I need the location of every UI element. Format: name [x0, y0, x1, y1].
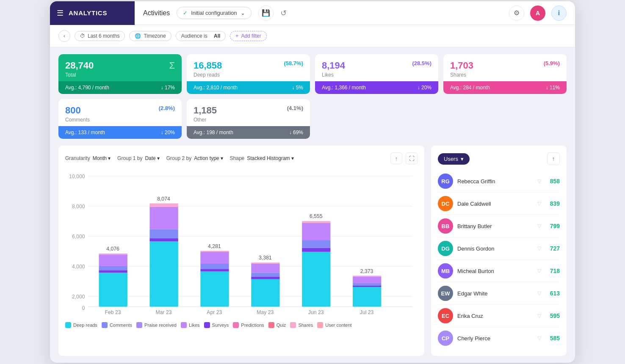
reset-icon[interactable]: ↺ — [280, 8, 287, 18]
user-name-7: Cherly Pierce — [457, 335, 533, 342]
svg-text:May 23: May 23 — [257, 309, 274, 315]
gear-button[interactable]: ⚙ — [509, 6, 524, 21]
chart-actions: ↑ ⛶ — [390, 152, 418, 164]
svg-rect-51 — [353, 276, 381, 276]
users-header: Users ▾ ↑ — [438, 152, 560, 165]
likes-number: 8,194 — [322, 60, 345, 71]
timezone-filter[interactable]: 🌐 Timezone — [129, 31, 171, 41]
svg-rect-26 — [200, 271, 229, 306]
sidebar-header: ☰ Analytics — [50, 1, 135, 25]
shape-dropdown[interactable]: Stacked Histogram ▾ — [247, 155, 293, 161]
group2-control: Group 2 by Action type ▾ — [166, 155, 223, 161]
user-score-4: 718 — [545, 267, 560, 274]
user-name-0: Rebecca Griffin — [457, 178, 533, 185]
other-bottom: Avg.: 198 / month ↓ 69% — [187, 126, 310, 139]
group1-control: Group 1 by Date ▾ — [117, 155, 160, 161]
user-filter-icon-4[interactable]: ▽ — [537, 268, 541, 274]
back-icon: ‹ — [64, 33, 65, 39]
user-score-6: 595 — [545, 312, 560, 319]
other-avg: Avg.: 198 / month — [194, 130, 233, 135]
granularity-dropdown[interactable]: Month ▾ — [93, 155, 111, 161]
group1-value: Date — [145, 155, 155, 161]
svg-text:10,000: 10,000 — [69, 174, 85, 179]
svg-text:Apr 23: Apr 23 — [207, 309, 222, 315]
legend-surveys: Surveys — [204, 322, 229, 328]
chart-export-button[interactable]: ↑ — [390, 152, 402, 164]
chart-expand-button[interactable]: ⛶ — [406, 152, 418, 164]
users-panel: Users ▾ ↑ RG Rebecca Griffin ▽ 858 DC Da… — [431, 146, 567, 356]
shares-pct: (5.9%) — [544, 60, 560, 66]
group2-dropdown[interactable]: Action type ▾ — [194, 155, 223, 161]
back-button[interactable]: ‹ — [58, 30, 70, 42]
user-filter-icon-0[interactable]: ▽ — [537, 178, 541, 184]
bar-may: 3,381 — [251, 255, 279, 306]
app-container: ☰ Analytics Activities ✓ Initial configu… — [50, 1, 575, 363]
svg-text:8,074: 8,074 — [157, 196, 170, 202]
user-filter-icon-1[interactable]: ▽ — [537, 201, 541, 207]
bottom-section: Granularity Month ▾ Group 1 by Date ▾ — [58, 146, 567, 356]
deep-reads-avg: Avg.: 2,810 / month — [194, 85, 238, 91]
likes-bottom: Avg.: 1,366 / month ↓ 20% — [315, 81, 438, 94]
add-filter-icon: + — [235, 33, 238, 39]
user-filter-icon-3[interactable]: ▽ — [537, 245, 541, 251]
svg-text:3,381: 3,381 — [259, 255, 272, 261]
users-export-button[interactable]: ↑ — [547, 152, 560, 165]
config-label: Initial configuration — [191, 10, 237, 16]
comments-pct: (2.8%) — [159, 105, 175, 111]
add-filter-button[interactable]: + Add filter — [230, 31, 266, 41]
granularity-value: Month — [93, 155, 107, 161]
svg-text:4,281: 4,281 — [208, 243, 221, 249]
user-filter-icon-7[interactable]: ▽ — [537, 335, 541, 341]
svg-text:6,000: 6,000 — [72, 234, 85, 240]
svg-rect-12 — [99, 273, 127, 306]
group2-chevron: ▾ — [221, 155, 223, 161]
svg-rect-23 — [149, 203, 178, 207]
legend-predictions: Predictions — [233, 322, 264, 328]
legend-likes: Likes — [181, 322, 200, 328]
user-avatar-6: EC — [438, 308, 453, 323]
main-content: 28,740 Total Σ Avg.: 4,790 / month ↓ 17%… — [50, 47, 575, 363]
save-icon[interactable]: 💾 — [258, 6, 274, 21]
users-dropdown[interactable]: Users ▾ — [438, 153, 470, 165]
likes-avg: Avg.: 1,366 / month — [322, 85, 366, 91]
svg-text:4,076: 4,076 — [106, 246, 119, 252]
svg-rect-27 — [200, 269, 229, 271]
svg-rect-30 — [200, 251, 229, 252]
total-bottom: Avg.: 4,790 / month ↓ 17% — [58, 81, 182, 94]
total-avg: Avg.: 4,790 / month — [65, 85, 109, 91]
period-filter[interactable]: ⏱ Last 6 months — [75, 31, 125, 41]
stat-card-other: 1,185 Other (4.1%) Avg.: 198 / month ↓ 6… — [187, 99, 310, 139]
other-label: Other — [194, 117, 217, 123]
info-button[interactable]: i — [551, 6, 567, 21]
bar-jul: 2,373 — [353, 268, 381, 307]
svg-text:2,373: 2,373 — [360, 268, 373, 274]
audience-filter[interactable]: Audience is All — [176, 31, 226, 41]
svg-rect-40 — [302, 252, 330, 307]
filters-bar: ‹ ⏱ Last 6 months 🌐 Timezone Audience is… — [50, 25, 575, 47]
total-change: ↓ 17% — [161, 85, 175, 91]
user-row-6: EC Erika Cruz ▽ 595 — [438, 305, 560, 327]
user-row-7: CP Cherly Pierce ▽ 585 — [438, 327, 560, 349]
user-score-7: 585 — [545, 335, 560, 342]
svg-rect-19 — [149, 241, 178, 306]
hamburger-icon[interactable]: ☰ — [57, 8, 64, 18]
user-score-2: 799 — [545, 223, 560, 229]
sigma-icon: Σ — [169, 60, 175, 71]
svg-rect-21 — [149, 229, 178, 238]
granularity-label: Granularity — [65, 155, 90, 161]
user-filter-icon-2[interactable]: ▽ — [537, 223, 541, 229]
user-filter-icon-6[interactable]: ▽ — [537, 313, 541, 319]
user-filter-icon-5[interactable]: ▽ — [537, 290, 541, 296]
group1-dropdown[interactable]: Date ▾ — [145, 155, 159, 161]
config-dropdown[interactable]: ✓ Initial configuration ⌄ — [177, 7, 251, 19]
period-label: Last 6 months — [88, 33, 119, 39]
svg-rect-47 — [353, 287, 381, 306]
header: ☰ Analytics Activities ✓ Initial configu… — [50, 1, 575, 25]
header-left: Activities ✓ Initial configuration ⌄ 💾 ↺ — [143, 6, 287, 21]
svg-text:2,000: 2,000 — [72, 294, 85, 300]
audience-pre: Audience is — [181, 33, 207, 39]
svg-text:Feb 23: Feb 23 — [105, 309, 121, 315]
user-name-2: Brittany Butler — [457, 223, 533, 229]
user-avatar-header[interactable]: A — [530, 6, 545, 21]
svg-rect-50 — [353, 276, 381, 283]
